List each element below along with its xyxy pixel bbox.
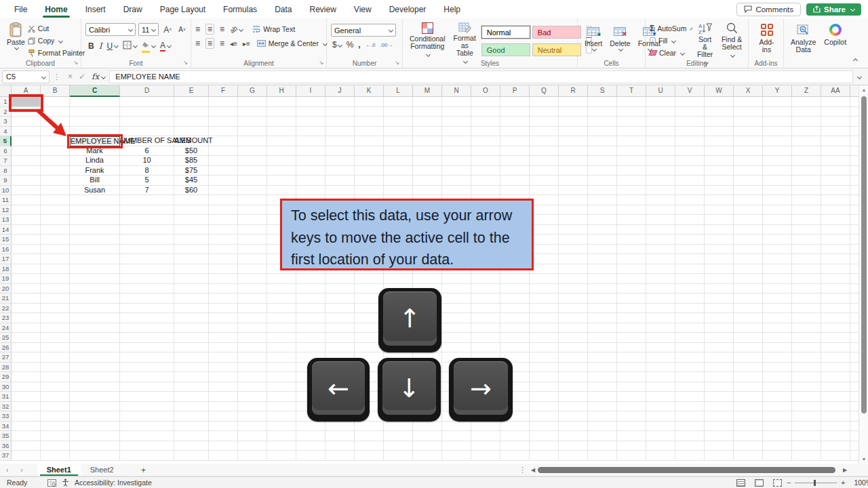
cell[interactable] bbox=[763, 146, 792, 157]
cell[interactable] bbox=[821, 304, 850, 314]
cell[interactable] bbox=[471, 97, 500, 107]
align-bottom-button[interactable]: ≡ bbox=[220, 24, 224, 34]
zoom-in-button[interactable]: + bbox=[841, 479, 845, 487]
cell[interactable] bbox=[530, 284, 559, 294]
cell[interactable] bbox=[296, 166, 326, 176]
cell[interactable] bbox=[384, 146, 413, 157]
row-header[interactable]: 9 bbox=[0, 176, 12, 186]
cell[interactable] bbox=[734, 127, 763, 137]
cell[interactable] bbox=[500, 186, 530, 196]
cell[interactable] bbox=[530, 245, 559, 255]
cell[interactable] bbox=[763, 284, 792, 294]
sheet-tab-sheet2[interactable]: Sheet2 bbox=[81, 464, 123, 476]
cell[interactable] bbox=[500, 333, 530, 343]
cell[interactable] bbox=[559, 127, 588, 137]
cell[interactable] bbox=[792, 264, 821, 274]
cell[interactable] bbox=[675, 117, 705, 127]
cell[interactable] bbox=[821, 441, 850, 451]
cell[interactable] bbox=[120, 363, 174, 373]
new-sheet-button[interactable]: + bbox=[133, 465, 155, 475]
cell[interactable] bbox=[120, 107, 174, 117]
cell[interactable] bbox=[821, 451, 850, 461]
copy-button[interactable]: Copy bbox=[28, 35, 85, 46]
cell[interactable] bbox=[763, 176, 792, 186]
cell[interactable] bbox=[120, 392, 174, 402]
cell[interactable] bbox=[734, 382, 763, 392]
paste-button[interactable]: Paste bbox=[4, 21, 28, 59]
cell[interactable] bbox=[70, 97, 120, 107]
cell[interactable] bbox=[471, 441, 500, 451]
cell[interactable] bbox=[209, 451, 238, 461]
column-header[interactable]: Z bbox=[792, 85, 821, 97]
cell[interactable] bbox=[792, 107, 821, 117]
cell[interactable]: 5 bbox=[120, 176, 174, 186]
column-header[interactable]: E bbox=[174, 85, 209, 97]
cell[interactable] bbox=[763, 274, 792, 284]
cell[interactable] bbox=[792, 313, 821, 323]
column-header[interactable]: P bbox=[500, 85, 530, 97]
cell[interactable] bbox=[238, 176, 267, 186]
cell[interactable] bbox=[705, 127, 734, 137]
cell[interactable] bbox=[296, 451, 326, 461]
cell[interactable] bbox=[705, 136, 734, 146]
cell[interactable] bbox=[617, 107, 646, 117]
cell[interactable] bbox=[296, 422, 326, 432]
cell[interactable] bbox=[471, 304, 500, 314]
cell[interactable] bbox=[413, 186, 442, 196]
cell[interactable] bbox=[675, 422, 705, 432]
cell[interactable] bbox=[734, 195, 763, 205]
cell[interactable] bbox=[705, 451, 734, 461]
cell[interactable] bbox=[792, 225, 821, 235]
find-select-button[interactable]: Find & Select bbox=[718, 21, 745, 59]
cell[interactable] bbox=[675, 304, 705, 314]
cell[interactable] bbox=[174, 382, 209, 392]
cell[interactable] bbox=[646, 402, 675, 412]
cell[interactable] bbox=[267, 323, 296, 333]
cell[interactable] bbox=[850, 176, 859, 186]
cell[interactable] bbox=[174, 372, 209, 382]
cell[interactable] bbox=[588, 166, 617, 176]
tab-formulas[interactable]: Formulas bbox=[214, 0, 266, 18]
cell[interactable] bbox=[763, 352, 792, 363]
row-header[interactable]: 34 bbox=[0, 422, 12, 432]
row-header[interactable]: 14 bbox=[0, 225, 12, 235]
cell[interactable] bbox=[705, 372, 734, 382]
cell[interactable] bbox=[734, 323, 763, 333]
align-middle-button[interactable]: ≡ bbox=[205, 24, 214, 35]
cell[interactable] bbox=[12, 235, 41, 245]
cell[interactable] bbox=[763, 431, 792, 441]
cell[interactable] bbox=[238, 127, 267, 137]
cell[interactable] bbox=[238, 333, 267, 343]
cell[interactable] bbox=[559, 225, 588, 235]
zoom-slider[interactable] bbox=[795, 483, 837, 483]
cell[interactable] bbox=[174, 304, 209, 314]
cell[interactable] bbox=[821, 136, 850, 146]
shrink-font-button[interactable]: A˅ bbox=[176, 25, 188, 34]
cell[interactable] bbox=[209, 372, 238, 382]
cell[interactable] bbox=[326, 127, 355, 137]
cell[interactable] bbox=[120, 97, 174, 107]
cell[interactable] bbox=[41, 293, 70, 304]
insert-cells-button[interactable]: ◂ Insert bbox=[582, 22, 605, 59]
cell[interactable] bbox=[413, 107, 442, 117]
cell[interactable] bbox=[209, 392, 238, 402]
tab-file[interactable]: File bbox=[5, 0, 36, 18]
cell[interactable] bbox=[384, 431, 413, 441]
cell[interactable] bbox=[617, 313, 646, 323]
cell[interactable] bbox=[326, 274, 355, 284]
cell[interactable] bbox=[12, 166, 41, 176]
cell[interactable] bbox=[792, 293, 821, 304]
row-header[interactable]: 19 bbox=[0, 274, 12, 284]
autosum-button[interactable]: ΣAutoSum bbox=[650, 23, 692, 34]
cell[interactable] bbox=[500, 136, 530, 146]
cell[interactable] bbox=[588, 451, 617, 461]
accessibility-status-label[interactable]: Accessibility: Investigate bbox=[75, 479, 152, 487]
cell[interactable] bbox=[12, 431, 41, 441]
column-header[interactable]: R bbox=[559, 85, 588, 97]
cell[interactable] bbox=[763, 127, 792, 137]
cell[interactable] bbox=[675, 333, 705, 343]
cell[interactable] bbox=[530, 136, 559, 146]
cell[interactable] bbox=[821, 293, 850, 304]
cell[interactable] bbox=[209, 245, 238, 255]
cell[interactable] bbox=[559, 97, 588, 107]
